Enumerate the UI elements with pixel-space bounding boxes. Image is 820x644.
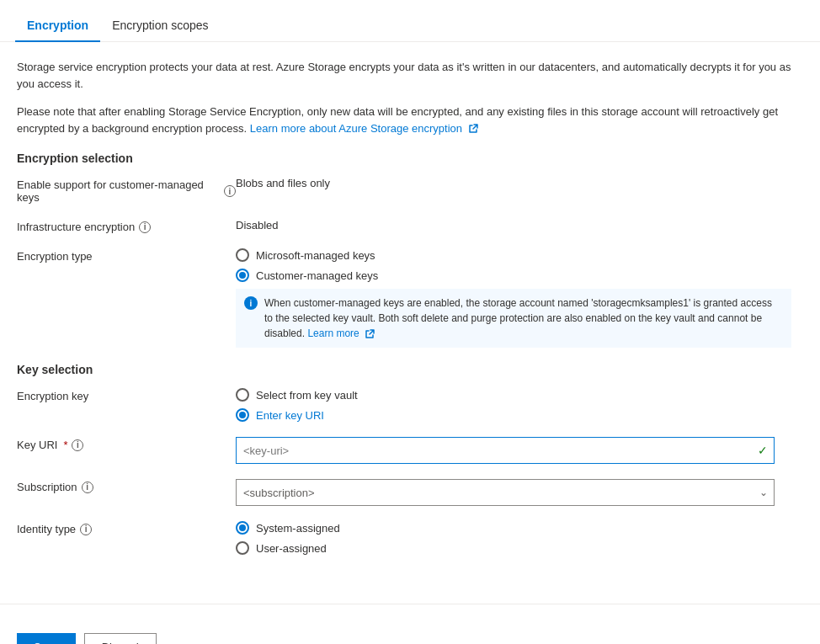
- identity-type-value: System-assigned User-assigned: [236, 521, 791, 555]
- tab-encryption-scopes[interactable]: Encryption scopes: [100, 12, 220, 42]
- user-assigned-option[interactable]: User-assigned: [236, 541, 791, 555]
- action-bar: Save Discard: [0, 621, 820, 644]
- key-uri-input-wrapper: ✓: [236, 437, 775, 464]
- external-link-icon: [468, 124, 478, 134]
- learn-more-link-text: Learn more: [307, 327, 359, 339]
- subscription-select-wrapper: <subscription> ⌄: [236, 479, 775, 506]
- infrastructure-encryption-row: Infrastructure encryption i Disabled: [17, 219, 791, 233]
- encryption-key-row: Encryption key Select from key vault Ent…: [17, 388, 791, 422]
- identity-type-radio-group: System-assigned User-assigned: [236, 521, 791, 555]
- encryption-key-value: Select from key vault Enter key URI: [236, 388, 791, 422]
- identity-type-label: Identity type i: [17, 521, 236, 535]
- key-uri-info-icon[interactable]: i: [72, 439, 83, 451]
- subscription-row: Subscription i <subscription> ⌄: [17, 479, 791, 506]
- identity-type-info-icon[interactable]: i: [80, 524, 92, 535]
- subscription-value: <subscription> ⌄: [236, 479, 791, 506]
- subscription-select[interactable]: <subscription>: [236, 479, 775, 506]
- microsoft-managed-keys-radio[interactable]: [236, 248, 249, 262]
- key-uri-value: ✓: [236, 437, 791, 464]
- action-divider: [0, 604, 820, 604]
- select-from-key-vault-radio[interactable]: [236, 388, 249, 402]
- discard-button[interactable]: Discard: [84, 633, 157, 644]
- identity-type-row: Identity type i System-assigned User-ass…: [17, 521, 791, 555]
- microsoft-managed-keys-label: Microsoft-managed keys: [256, 249, 375, 262]
- enter-key-uri-label: Enter key URI: [256, 409, 324, 422]
- info-box-icon: i: [244, 296, 258, 310]
- customer-managed-keys-option-label: Customer-managed keys: [256, 269, 378, 282]
- infrastructure-encryption-label: Infrastructure encryption i: [17, 219, 236, 233]
- encryption-key-radio-group: Select from key vault Enter key URI: [236, 388, 791, 422]
- encryption-type-label: Encryption type: [17, 248, 236, 263]
- key-uri-input[interactable]: [236, 437, 775, 464]
- select-from-key-vault-label: Select from key vault: [256, 389, 358, 402]
- key-uri-check-icon: ✓: [758, 444, 768, 457]
- infrastructure-encryption-info-icon[interactable]: i: [139, 221, 151, 233]
- customer-managed-keys-label: Enable support for customer-managed keys…: [17, 177, 236, 204]
- user-assigned-radio[interactable]: [236, 541, 249, 555]
- enter-key-uri-radio[interactable]: [236, 408, 249, 422]
- encryption-key-label: Encryption key: [17, 388, 236, 402]
- customer-managed-keys-info-icon[interactable]: i: [224, 185, 236, 197]
- customer-managed-keys-value: Blobs and files only: [236, 177, 791, 189]
- key-uri-label: Key URI * i: [17, 437, 236, 451]
- encryption-type-info-box: i When customer-managed keys are enabled…: [236, 289, 791, 348]
- encryption-type-value: Microsoft-managed keys Customer-managed …: [236, 248, 791, 348]
- encryption-type-radio-group: Microsoft-managed keys Customer-managed …: [236, 248, 791, 282]
- system-assigned-option[interactable]: System-assigned: [236, 521, 791, 535]
- customer-managed-keys-option[interactable]: Customer-managed keys: [236, 269, 791, 282]
- customer-managed-keys-row: Enable support for customer-managed keys…: [17, 177, 791, 204]
- encryption-selection-title: Encryption selection: [17, 152, 791, 165]
- key-uri-required-star: *: [63, 439, 67, 451]
- description-line2: Please note that after enabling Storage …: [17, 104, 791, 136]
- save-button[interactable]: Save: [17, 633, 76, 644]
- tab-encryption[interactable]: Encryption: [15, 12, 100, 42]
- key-uri-row: Key URI * i ✓: [17, 437, 791, 464]
- infrastructure-encryption-value: Disabled: [236, 219, 791, 232]
- user-assigned-label: User-assigned: [256, 542, 327, 555]
- system-assigned-radio[interactable]: [236, 521, 249, 535]
- subscription-info-icon[interactable]: i: [82, 482, 93, 493]
- info-box-text: When customer-managed keys are enabled, …: [264, 295, 783, 341]
- encryption-type-row: Encryption type Microsoft-managed keys C…: [17, 248, 791, 348]
- subscription-label: Subscription i: [17, 479, 236, 493]
- system-assigned-label: System-assigned: [256, 522, 340, 535]
- key-selection-title: Key selection: [17, 363, 791, 376]
- encryption-type-external-link-icon: [365, 329, 375, 339]
- tab-bar: Encryption Encryption scopes: [0, 0, 820, 42]
- customer-managed-keys-radio[interactable]: [236, 269, 249, 282]
- learn-more-link[interactable]: Learn more about Azure Storage encryptio…: [250, 122, 462, 135]
- main-content: Storage service encryption protects your…: [0, 42, 808, 587]
- microsoft-managed-keys-option[interactable]: Microsoft-managed keys: [236, 248, 791, 262]
- enter-key-uri-option[interactable]: Enter key URI: [236, 408, 791, 422]
- select-from-key-vault-option[interactable]: Select from key vault: [236, 388, 791, 402]
- description-line1: Storage service encryption protects your…: [17, 59, 791, 92]
- encryption-type-learn-more-link[interactable]: Learn more: [307, 327, 375, 339]
